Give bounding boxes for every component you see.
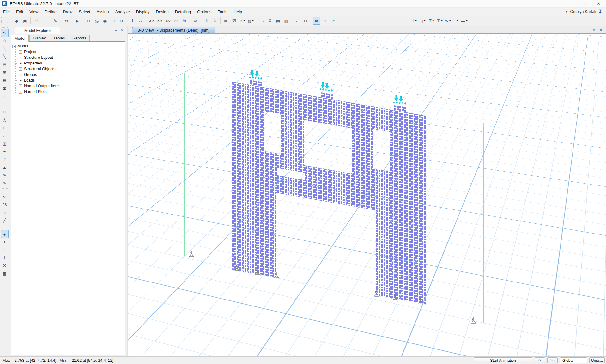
explorer-tab[interactable]: Tables (50, 35, 68, 41)
zoom-in-button[interactable]: ⊕ (109, 17, 117, 25)
plan-view-button[interactable]: pln (156, 17, 164, 25)
menu-item[interactable]: Design (153, 8, 172, 16)
menu-item[interactable]: Edit (13, 8, 26, 16)
next-step-button[interactable]: >> (547, 357, 558, 363)
view-close-icon[interactable]: ✕ (599, 28, 602, 32)
shear-wall-design-button[interactable]: ∿ (444, 17, 451, 25)
select-all-button[interactable]: all (1, 193, 9, 201)
tree-item[interactable]: + Structure Layout (16, 55, 124, 60)
object-view-settings-button[interactable]: ∞ (192, 17, 199, 25)
select-previous-button[interactable]: PS (1, 201, 9, 209)
quick-draw-circle-button[interactable]: ◎ (1, 116, 9, 124)
redo-button[interactable]: ↷ (40, 17, 48, 25)
menu-item[interactable]: Tools (215, 8, 230, 16)
panel-close-icon[interactable]: ✕ (121, 28, 124, 33)
toolbar-grip[interactable] (2, 27, 8, 28)
draw-frame-button[interactable]: ╲ (1, 53, 9, 61)
show-deformed-shape-button[interactable]: ◙ (313, 17, 320, 25)
draw-opening-button[interactable]: ◫ (1, 140, 9, 148)
user-area[interactable]: ▼ Orsolya Kartali ↧ (565, 9, 606, 15)
tree-item[interactable]: + Named Plots (16, 89, 124, 94)
menu-item[interactable]: File (0, 8, 13, 16)
concrete-frame-design-button[interactable]: ▯ (419, 17, 427, 25)
snap-to-line-middle-button[interactable]: ⊢ (1, 246, 9, 254)
new-model-button[interactable]: ▢ (5, 17, 12, 25)
select-arrow-button[interactable]: ↖ (1, 29, 9, 37)
menu-item[interactable]: Display (133, 8, 153, 16)
explorer-tab[interactable]: Display (29, 35, 49, 41)
section-cut-button[interactable]: ◌ (321, 17, 329, 25)
detailing-button[interactable]: ▬ (460, 17, 468, 25)
reshape-object-button[interactable]: ↰ (1, 37, 9, 45)
joint-reaction-button[interactable]: ⊓ (302, 17, 309, 25)
expand-icon[interactable]: + (19, 67, 22, 71)
slow-draw-button[interactable]: ✎ (52, 17, 59, 25)
draw-rect-area-button[interactable]: ▭ (1, 100, 9, 108)
minimize-button[interactable]: – (562, 0, 577, 7)
extrude-view-button[interactable]: ▥ (282, 17, 290, 25)
menu-item[interactable]: Draw (60, 8, 76, 16)
start-animation-button[interactable]: Start Animation (474, 357, 532, 363)
toolbar-grip[interactable] (1, 17, 3, 24)
rotate-3d-view-button[interactable]: ↻ (181, 17, 188, 25)
tree-item[interactable]: + Structural Objects (16, 66, 124, 72)
snap-to-fine-grid-button[interactable]: ▩ (1, 270, 9, 277)
explorer-tab[interactable]: Reports (69, 35, 90, 41)
steel-frame-design-button[interactable]: I (411, 17, 419, 25)
draw-dimension-button[interactable]: ✎ (1, 179, 9, 187)
draw-grid-button[interactable]: # (1, 155, 9, 163)
coordinate-system-select[interactable]: Global ⌄ (560, 357, 587, 363)
menu-item[interactable]: Options (194, 8, 215, 16)
move-up-in-list-button[interactable]: ⇧ (203, 17, 210, 25)
frame-line-right[interactable] (483, 123, 484, 323)
expand-icon[interactable]: + (19, 62, 22, 65)
menu-item[interactable]: Analyze (112, 8, 133, 16)
snap-to-intersections-button[interactable]: ✕ (1, 262, 9, 270)
draw-wall-button[interactable]: ∟ (1, 124, 9, 132)
model-explorer-title-tab[interactable]: Model Explorer (15, 27, 60, 34)
quick-draw-area-button[interactable]: ⊡ (1, 108, 9, 116)
previous-zoom-button[interactable]: ◉ (101, 17, 109, 25)
draw-poly-area-button[interactable]: ◇ (1, 92, 9, 100)
close-button[interactable]: ✕ (591, 0, 606, 7)
snap-to-points-button[interactable]: ◈ (1, 230, 9, 238)
named-view-button[interactable]: nd (173, 17, 180, 25)
object-shrink-button[interactable]: ◍ (247, 17, 254, 25)
tree-root[interactable]: - Model (12, 43, 124, 49)
steel-joist-design-button[interactable]: ⊤ (436, 17, 443, 25)
open-file-button[interactable]: ◆ (13, 17, 21, 25)
move-label-button[interactable]: ⇗ (329, 17, 337, 25)
view-tab-3d[interactable]: 3-D View - Displacements (Dead) [mm] (132, 27, 215, 33)
menu-item[interactable]: Define (41, 8, 60, 16)
set-display-options-button[interactable]: ☑ (230, 17, 238, 25)
explorer-tab[interactable]: Model (11, 35, 29, 42)
draw-link-button[interactable]: ϟ (1, 148, 9, 155)
menu-item[interactable]: Select (76, 8, 93, 16)
expand-icon[interactable]: + (19, 73, 22, 76)
expand-icon[interactable]: + (19, 56, 22, 59)
slab-design-button[interactable]: ⌐ (452, 17, 460, 25)
quick-draw-braces-button[interactable]: ⊞ (1, 69, 9, 76)
viewport-3d[interactable] (128, 33, 606, 356)
beam-force-diagram-button[interactable]: ⌐ (294, 17, 301, 25)
tree-item[interactable]: + Project (16, 49, 124, 55)
panel-menu-caret-icon[interactable]: ▾ (115, 28, 117, 33)
snap-to-line-ends-button[interactable]: ∘ (1, 238, 9, 246)
menu-item[interactable]: View (26, 8, 41, 16)
frame-view-button[interactable]: ▤ (274, 17, 282, 25)
save-button[interactable]: ▣ (21, 17, 29, 25)
menu-item[interactable]: Detailing (172, 8, 194, 16)
user-login-icon[interactable]: ↧ (598, 9, 602, 15)
menu-item[interactable]: Assign (93, 8, 112, 16)
tree-item[interactable]: + Loads (16, 77, 124, 83)
zoom-out-button[interactable]: ⊖ (118, 17, 125, 25)
elevation-view-button[interactable]: elv (164, 17, 172, 25)
tree-item[interactable]: + Groups (16, 72, 124, 77)
move-down-in-list-button[interactable]: ⇩ (211, 17, 219, 25)
menu-item[interactable]: Help (231, 8, 245, 16)
run-analysis-button[interactable]: ▶ (74, 17, 81, 25)
clear-selection-button[interactable]: clr (1, 209, 9, 216)
composite-beam-design-button[interactable]: Ŧ (427, 17, 435, 25)
expand-icon[interactable]: + (19, 90, 22, 94)
quick-draw-x-braces-button[interactable]: ⊠ (1, 84, 9, 92)
